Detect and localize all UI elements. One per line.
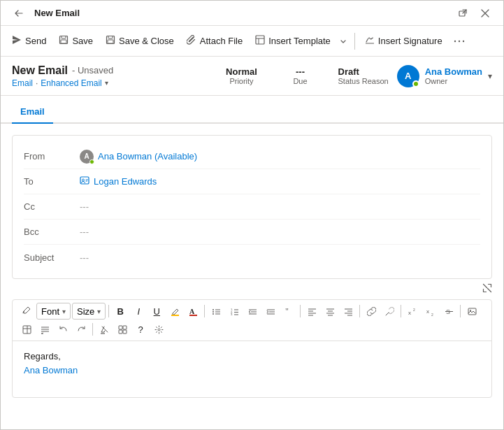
svg-rect-65 [119, 330, 122, 334]
info-bar: New Email - Unsaved Email · Enhanced Ema… [1, 57, 503, 96]
title-section: New Email - Unsaved Email · Enhanced Ema… [12, 64, 213, 88]
align-left-button[interactable] [303, 303, 320, 320]
bcc-row: Bcc --- [24, 220, 480, 245]
help-button[interactable]: ? [132, 321, 149, 338]
redo-button[interactable] [73, 321, 89, 338]
popout-button[interactable] [453, 3, 473, 23]
size-selector[interactable]: Size ▾ [72, 303, 106, 320]
highlight-button[interactable] [166, 303, 183, 320]
clear-format-button[interactable] [96, 321, 113, 338]
editor-sep-7 [92, 323, 93, 336]
toolbar: Send Save Save & Close Attach File [1, 26, 503, 57]
breadcrumb-email[interactable]: Email [12, 78, 33, 88]
paint-brush-button[interactable] [18, 303, 35, 320]
font-chevron-icon: ▾ [62, 308, 66, 315]
increase-indent-button[interactable] [262, 303, 279, 320]
superscript-button[interactable]: x2 [404, 303, 421, 320]
to-value-container: Logan Edwards [80, 175, 480, 187]
italic-button[interactable]: I [130, 303, 147, 320]
insert-template-group: Insert Template [250, 30, 350, 52]
breadcrumb-chevron-icon: ▾ [105, 79, 108, 87]
align-center-button[interactable] [322, 303, 338, 320]
owner-info: Ana Bowman Owner [425, 66, 482, 85]
editor-content[interactable]: Regards, Ana Bowman [13, 341, 491, 397]
settings-button[interactable] [150, 321, 167, 338]
undo-button[interactable] [55, 321, 71, 338]
breadcrumb-enhanced-email[interactable]: Enhanced Email [41, 78, 101, 88]
close-button[interactable] [475, 3, 495, 23]
back-button[interactable] [9, 3, 29, 23]
insert-template-button[interactable]: Insert Template [250, 30, 336, 52]
expand-icon[interactable] [482, 283, 492, 295]
font-color-button[interactable]: A [185, 303, 201, 320]
toolbar-separator-1 [354, 33, 355, 50]
editor-signature: Ana Bowman [24, 365, 78, 375]
insert-image-button[interactable] [463, 303, 480, 320]
from-avatar: A [80, 150, 94, 164]
to-value[interactable]: Logan Edwards [94, 176, 157, 187]
svg-text:A: A [189, 308, 195, 315]
email-form: From A Ana Bowman (Available) To Logan E… [1, 124, 503, 429]
tab-bar: Email [1, 96, 503, 124]
insert-template-dropdown-button[interactable] [336, 30, 350, 52]
email-window: New Email Send Save [0, 0, 504, 430]
bcc-value[interactable]: --- [80, 227, 89, 237]
svg-rect-63 [119, 326, 122, 329]
insert-signature-button[interactable]: Insert Signature [359, 30, 448, 52]
rtl-button[interactable] [36, 321, 53, 338]
svg-point-10 [462, 40, 463, 41]
meta-fields: Normal Priority --- Due Draft Status Rea… [221, 66, 389, 85]
link-button[interactable] [363, 303, 380, 320]
send-button[interactable]: Send [6, 30, 52, 52]
svg-rect-54 [468, 308, 476, 315]
svg-rect-66 [123, 330, 127, 334]
from-online-indicator [89, 159, 94, 164]
editor-sep-2 [204, 305, 205, 317]
blockquote-button[interactable]: " [280, 303, 297, 320]
insert-table-button[interactable] [18, 321, 35, 338]
svg-rect-7 [256, 36, 264, 44]
tab-email[interactable]: Email [12, 101, 53, 124]
bold-button[interactable]: B [112, 303, 129, 320]
cc-value[interactable]: --- [80, 201, 89, 212]
more-options-button[interactable] [449, 31, 469, 51]
unlink-button[interactable] [381, 303, 398, 320]
underline-button[interactable]: U [148, 303, 165, 320]
subject-value[interactable]: --- [80, 252, 89, 263]
owner-chevron-icon[interactable]: ▾ [488, 71, 492, 81]
svg-text:": " [285, 307, 289, 316]
attach-file-button[interactable]: Attach File [181, 30, 248, 52]
due-field: --- Due [280, 66, 322, 85]
svg-text:2: 2 [431, 313, 433, 316]
bullets-button[interactable] [208, 303, 224, 320]
save-close-button[interactable]: Save & Close [100, 30, 180, 52]
save-button[interactable]: Save [53, 30, 99, 52]
owner-name[interactable]: Ana Bowman [425, 66, 482, 77]
strikethrough-button[interactable]: S [440, 303, 457, 320]
font-label: Font [41, 306, 59, 317]
owner-section: A Ana Bowman Owner ▾ [397, 65, 492, 87]
breadcrumb: Email · Enhanced Email ▾ [12, 78, 213, 88]
subscript-button[interactable]: x2 [422, 303, 439, 320]
status-label: Status Reason [338, 77, 389, 85]
svg-point-12 [82, 179, 85, 181]
svg-text:x: x [408, 310, 411, 316]
numbering-button[interactable]: 1.2.3. [226, 303, 243, 320]
svg-rect-3 [61, 40, 66, 43]
editor-sep-3 [300, 305, 301, 317]
font-selector[interactable]: Font ▾ [36, 303, 71, 320]
editor-sep-5 [401, 305, 401, 317]
svg-point-67 [158, 329, 160, 331]
decrease-indent-button[interactable] [244, 303, 261, 320]
from-value[interactable]: Ana Bowman (Available) [98, 151, 197, 162]
record-name: New Email [12, 64, 68, 77]
window-title: New Email [34, 8, 80, 18]
save-icon [59, 35, 69, 47]
align-right-button[interactable] [340, 303, 357, 320]
from-label: From [24, 151, 80, 162]
cc-row: Cc --- [24, 194, 480, 220]
tab-email-label: Email [20, 106, 45, 117]
editor-line2: Ana Bowman [24, 364, 480, 378]
table-format-button[interactable] [114, 321, 131, 338]
due-label: Due [293, 77, 307, 85]
